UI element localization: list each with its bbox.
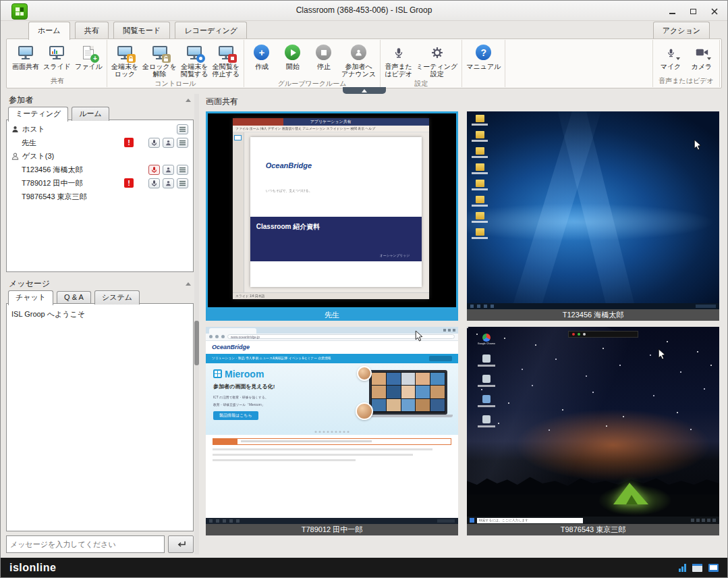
browser-window-buttons bbox=[443, 327, 455, 334]
stop-room-button[interactable]: 停止 bbox=[308, 41, 339, 72]
menu-mini-button[interactable] bbox=[177, 138, 188, 148]
manual-button[interactable]: ? マニュアル bbox=[464, 41, 503, 72]
minimize-icon bbox=[669, 13, 675, 14]
message-input[interactable] bbox=[6, 535, 165, 553]
menu-mini-button[interactable] bbox=[177, 178, 188, 188]
carousel-dots bbox=[315, 431, 349, 433]
tab-qa[interactable]: Q & A bbox=[57, 291, 91, 303]
scrollbar-handle[interactable] bbox=[194, 321, 199, 365]
camera-button[interactable]: カメラ bbox=[686, 41, 717, 72]
lock-all-button[interactable]: 全端末を ロック bbox=[109, 41, 140, 79]
dropdown-arrow-icon bbox=[676, 57, 680, 60]
tab-home[interactable]: ホーム bbox=[28, 22, 70, 40]
mic-icon bbox=[661, 43, 680, 61]
audio-video-settings-button[interactable]: 音声また はビデオ bbox=[383, 41, 414, 79]
desktop-icon bbox=[472, 375, 501, 387]
participant-row-t123456[interactable]: T123456 海橋太郎 bbox=[8, 163, 192, 176]
chat-log[interactable]: ISL Groop へようこそ bbox=[6, 303, 194, 531]
laptop-image bbox=[369, 370, 447, 415]
monitor-icon bbox=[16, 43, 35, 61]
view-all-button[interactable]: 全端末を 閲覧する bbox=[179, 41, 210, 79]
tab-meeting[interactable]: ミーティング bbox=[8, 107, 68, 122]
button-label: 全端末を ロック bbox=[111, 63, 138, 78]
avatar-mini-button[interactable] bbox=[163, 138, 174, 148]
participant-row-teacher[interactable]: 先生 ! bbox=[8, 136, 192, 149]
send-button[interactable] bbox=[168, 535, 194, 553]
tab-recording[interactable]: レコーディング bbox=[175, 22, 247, 38]
t789012-video: www.oceanbridge.jp OceanBridge ソリューション・製… bbox=[206, 327, 458, 525]
ribbon-group-settings: 音声また はビデオ ミーティング 設定 設定 bbox=[381, 40, 462, 87]
participant-name: ゲスト(3) bbox=[22, 151, 54, 161]
tab-view-mode[interactable]: 閲覧モード bbox=[113, 22, 170, 38]
button-label: 音声また はビデオ bbox=[385, 63, 412, 78]
mic-button[interactable]: マイク bbox=[655, 41, 686, 72]
avatar-mini-button[interactable] bbox=[163, 178, 174, 188]
group-label-audio-video: 音声またはビデオ bbox=[655, 76, 717, 87]
mic-icon bbox=[151, 139, 157, 147]
unlock-all-button[interactable]: 全ロックを 解除 bbox=[140, 41, 179, 79]
site-logo: OceanBridge bbox=[212, 344, 250, 350]
start-room-button[interactable]: 開始 bbox=[277, 41, 308, 72]
close-button[interactable] bbox=[705, 5, 723, 18]
ribbon-tab-row: ホーム 共有 閲覧モード レコーディング アクション bbox=[1, 21, 727, 38]
tab-chat[interactable]: チャット bbox=[8, 290, 53, 305]
monitor-unlock-icon bbox=[150, 43, 169, 61]
slide-monitor-icon bbox=[47, 43, 66, 61]
tab-system[interactable]: システム bbox=[94, 290, 140, 305]
desktop-icon bbox=[472, 147, 488, 158]
share-tile-teacher[interactable]: アプリケーション共有 ファイル ホーム 挿入 デザイン 画面切り替え アニメーシ… bbox=[206, 111, 458, 321]
site-nav-items: ソリューション・製品 導入事例 ニュース&掲載記事 イベント&セミナー 企業情報 bbox=[212, 356, 331, 361]
tile-label: T789012 田中一郎 bbox=[206, 524, 458, 535]
hero-title: 参加者の画面を見える化! bbox=[213, 383, 344, 390]
announce-button[interactable]: 参加者へ アナウンス bbox=[339, 41, 378, 79]
mic-mini-button[interactable] bbox=[148, 178, 160, 188]
stop-viewing-button[interactable]: 全閲覧を 停止する bbox=[211, 41, 242, 79]
ribbon-tabs: ホーム 共有 閲覧モード レコーディング bbox=[26, 21, 247, 39]
taskbar-clock bbox=[696, 305, 716, 308]
tab-room[interactable]: ルーム bbox=[72, 107, 109, 121]
ppt-body: OceanBridge いつもそばで、支えつづける。 Classroom 紹介資… bbox=[233, 132, 429, 292]
dropdown-arrow-icon bbox=[707, 57, 711, 60]
window-status-icon[interactable] bbox=[692, 564, 702, 572]
mic-mini-button[interactable] bbox=[148, 138, 160, 148]
connection-chart-icon[interactable] bbox=[679, 563, 686, 572]
button-label: マイク bbox=[661, 63, 681, 70]
tab-action[interactable]: アクション bbox=[653, 22, 710, 38]
dot-icon bbox=[583, 333, 586, 336]
create-room-button[interactable]: + 作成 bbox=[246, 41, 277, 72]
maximize-button[interactable] bbox=[684, 5, 702, 18]
tab-share[interactable]: 共有 bbox=[75, 22, 109, 38]
participant-row-t789012[interactable]: T789012 田中一郎 ! bbox=[8, 176, 192, 190]
screen-status-icon[interactable] bbox=[708, 564, 719, 572]
t123456-video bbox=[467, 111, 719, 309]
ribbon-collapse-button[interactable] bbox=[343, 87, 386, 94]
menu-mini-button[interactable] bbox=[177, 124, 188, 134]
night-sky-wallpaper bbox=[467, 327, 719, 525]
participant-name: T789012 田中一郎 bbox=[22, 178, 82, 188]
messages-tabs: チャット Q & A システム bbox=[6, 290, 194, 303]
avatar-mini-button[interactable] bbox=[163, 165, 174, 175]
participant-row-host[interactable]: ホスト bbox=[8, 122, 192, 136]
participant-row-t9876543[interactable]: T9876543 東京三郎 bbox=[8, 190, 192, 203]
meeting-settings-button[interactable]: ミーティング 設定 bbox=[414, 41, 459, 79]
button-label: カメラ bbox=[692, 63, 712, 70]
vertical-scrollbar[interactable] bbox=[194, 94, 199, 554]
mieroom-logo: Mieroom bbox=[213, 369, 344, 379]
share-tile-t789012[interactable]: www.oceanbridge.jp OceanBridge ソリューション・製… bbox=[206, 327, 458, 536]
screen-share-button[interactable]: 画面共有 bbox=[10, 41, 41, 72]
tile-label: T9876543 東京三郎 bbox=[467, 524, 719, 535]
mic-mini-button-active[interactable] bbox=[148, 165, 160, 175]
file-share-button[interactable]: + ファイル bbox=[73, 41, 105, 72]
button-label: 停止 bbox=[317, 63, 331, 70]
share-tile-t123456[interactable]: T123456 海橋太郎 bbox=[467, 111, 719, 321]
participant-name: ホスト bbox=[22, 124, 45, 134]
collapse-participants-icon[interactable] bbox=[186, 99, 191, 102]
participant-row-guests[interactable]: ゲスト(3) bbox=[8, 149, 192, 163]
collapse-messages-icon[interactable] bbox=[186, 282, 191, 286]
menu-mini-button[interactable] bbox=[177, 165, 188, 175]
ribbon-group-groupwork: + 作成 開始 停止 参加者へ アナウンス グループワークルーム bbox=[244, 40, 381, 87]
monitor-lock-icon bbox=[115, 43, 134, 61]
minimize-button[interactable] bbox=[663, 5, 681, 18]
slide-share-button[interactable]: スライド bbox=[41, 41, 73, 72]
share-tile-t9876543[interactable]: Google Chrome 検索するには、ここに入力します T9876543 東… bbox=[467, 327, 719, 536]
